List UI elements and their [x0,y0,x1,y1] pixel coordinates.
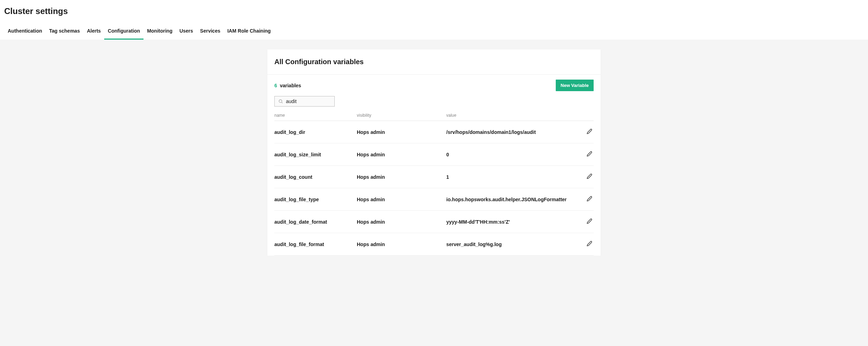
cell-visibility: Hops admin [357,219,446,225]
pencil-icon [587,197,592,203]
table-header: name visibility value [274,110,594,121]
pencil-icon [587,220,592,225]
edit-button[interactable] [585,172,594,182]
pencil-icon [587,175,592,180]
table-row: audit_log_countHops admin1 [274,166,594,188]
tabs-nav: AuthenticationTag schemasAlertsConfigura… [4,25,864,40]
cell-value: 0 [446,152,580,157]
cell-name: audit_log_date_format [274,219,357,225]
table-row: audit_log_file_formatHops adminserver_au… [274,233,594,256]
tab-tag-schemas[interactable]: Tag schemas [46,25,84,40]
svg-point-0 [279,100,282,102]
tab-authentication[interactable]: Authentication [4,25,46,40]
cell-visibility: Hops admin [357,197,446,202]
cell-name: audit_log_file_format [274,242,357,247]
new-variable-button[interactable]: New Variable [556,80,594,91]
cell-value: yyyy-MM-dd'T'HH:mm:ss'Z' [446,219,580,225]
search-box[interactable] [274,96,335,107]
edit-button[interactable] [585,127,594,137]
search-icon [278,99,283,104]
tab-alerts[interactable]: Alerts [84,25,105,40]
cell-name: audit_log_file_type [274,197,357,202]
cell-value: server_audit_log%g.log [446,242,580,247]
tab-iam-role-chaining[interactable]: IAM Role Chaining [224,25,274,40]
tab-monitoring[interactable]: Monitoring [143,25,176,40]
edit-button[interactable] [585,150,594,159]
cell-name: audit_log_dir [274,129,357,135]
pencil-icon [587,130,592,135]
cell-visibility: Hops admin [357,174,446,180]
cell-name: audit_log_size_limit [274,152,357,157]
tab-configuration[interactable]: Configuration [104,25,143,40]
edit-button[interactable] [585,217,594,226]
tab-services[interactable]: Services [196,25,224,40]
page-title: Cluster settings [4,6,864,16]
table-row: audit_log_dirHops admin/srv/hops/domains… [274,121,594,143]
cell-value: 1 [446,174,580,180]
edit-button[interactable] [585,195,594,204]
variable-count: 6 variables [274,83,301,88]
cell-visibility: Hops admin [357,129,446,135]
table-row: audit_log_file_typeHops adminio.hops.hop… [274,188,594,211]
config-panel: All Configuration variables 6 variables … [267,49,601,256]
col-value: value [446,113,580,118]
pencil-icon [587,242,592,247]
cell-name: audit_log_count [274,174,357,180]
svg-line-1 [282,102,283,103]
panel-title: All Configuration variables [274,58,594,66]
variable-count-number: 6 [274,83,277,88]
variable-count-label: variables [280,83,301,88]
table-row: audit_log_size_limitHops admin0 [274,143,594,166]
search-input[interactable] [286,99,331,104]
cell-value: io.hops.hopsworks.audit.helper.JSONLogFo… [446,197,580,202]
tab-users[interactable]: Users [176,25,196,40]
pencil-icon [587,152,592,158]
table-row: audit_log_date_formatHops adminyyyy-MM-d… [274,211,594,233]
edit-button[interactable] [585,239,594,249]
cell-visibility: Hops admin [357,242,446,247]
cell-visibility: Hops admin [357,152,446,157]
col-visibility: visibility [357,113,446,118]
cell-value: /srv/hops/domains/domain1/logs/audit [446,129,580,135]
col-name: name [274,113,357,118]
